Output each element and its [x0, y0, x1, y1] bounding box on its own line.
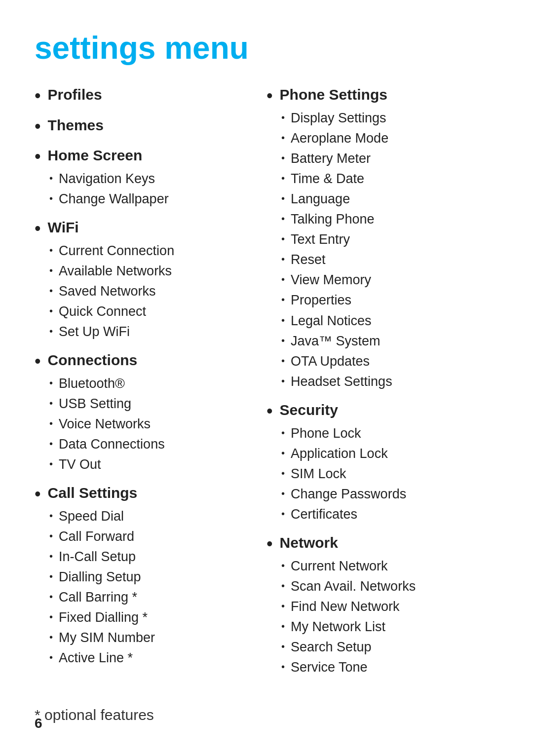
sub-list-item: Service Tone [281, 659, 484, 676]
sub-list-item: Data Connections [49, 436, 252, 453]
item-label: Profiles [48, 86, 102, 104]
footer-note: * optional features [35, 707, 498, 723]
item-label: WiFi [48, 219, 79, 236]
sub-list-item: Voice Networks [49, 416, 252, 433]
list-item: Home ScreenNavigation KeysChange Wallpap… [35, 147, 252, 208]
sub-list-item: Saved Networks [49, 283, 252, 300]
item-label: Connections [48, 351, 138, 369]
list-item: Themes [35, 116, 252, 136]
sub-list-item: Call Barring * [49, 589, 252, 606]
sub-list-item: Current Connection [49, 242, 252, 260]
sub-list-item: Display Settings [281, 110, 484, 127]
sub-list-item: Fixed Dialling * [49, 609, 252, 626]
sub-list-item: Properties [281, 292, 484, 309]
sub-list-item: Navigation Keys [49, 170, 252, 188]
sub-list-item: Dialling Setup [49, 568, 252, 586]
sub-list-item: Application Lock [281, 445, 484, 462]
item-label: Themes [48, 116, 104, 134]
list-item: ConnectionsBluetooth®USB SettingVoice Ne… [35, 351, 252, 473]
sub-list-item: My SIM Number [49, 629, 252, 646]
list-item: Call SettingsSpeed DialCall ForwardIn-Ca… [35, 484, 252, 667]
sub-list-item: Find New Network [281, 598, 484, 615]
right-column: Phone SettingsDisplay SettingsAeroplane … [266, 86, 498, 687]
sub-list-item: View Memory [281, 271, 484, 289]
sub-list-item: Legal Notices [281, 312, 484, 330]
item-label: Phone Settings [280, 86, 387, 104]
sub-list-item: Active Line * [49, 649, 252, 667]
sub-list-item: Java™ System [281, 333, 484, 350]
sub-list-item: Text Entry [281, 231, 484, 248]
sub-list-item: SIM Lock [281, 465, 484, 483]
left-column: ProfilesThemesHome ScreenNavigation Keys… [35, 86, 266, 678]
sub-list-item: Aeroplane Mode [281, 130, 484, 147]
sub-list-item: Speed Dial [49, 508, 252, 525]
list-item: NetworkCurrent NetworkScan Avail. Networ… [266, 534, 484, 676]
sub-list-item: USB Setting [49, 395, 252, 413]
sub-list-item: Search Setup [281, 639, 484, 656]
sub-list-item: In-Call Setup [49, 548, 252, 566]
list-item: SecurityPhone LockApplication LockSIM Lo… [266, 401, 484, 523]
sub-list-item: Scan Avail. Networks [281, 578, 484, 595]
list-item: WiFiCurrent ConnectionAvailable Networks… [35, 219, 252, 340]
sub-list-item: Certificates [281, 506, 484, 523]
item-label: Call Settings [48, 484, 138, 502]
sub-list-item: My Network List [281, 618, 484, 636]
sub-list-item: Bluetooth® [49, 375, 252, 392]
sub-list-item: Time & Date [281, 170, 484, 188]
sub-list-item: Phone Lock [281, 425, 484, 442]
sub-list-item: Current Network [281, 558, 484, 575]
sub-list-item: Talking Phone [281, 211, 484, 228]
sub-list-item: Battery Meter [281, 150, 484, 167]
list-item: Phone SettingsDisplay SettingsAeroplane … [266, 86, 484, 390]
sub-list-item: Available Networks [49, 263, 252, 280]
sub-list-item: Headset Settings [281, 373, 484, 390]
page-title: settings menu [35, 30, 498, 66]
item-label: Network [280, 534, 338, 552]
sub-list-item: Reset [281, 251, 484, 268]
list-item: Profiles [35, 86, 252, 106]
item-label: Home Screen [48, 147, 143, 164]
sub-list-item: TV Out [49, 456, 252, 473]
item-label: Security [280, 401, 338, 419]
sub-list-item: Language [281, 190, 484, 208]
sub-list-item: Change Passwords [281, 486, 484, 503]
sub-list-item: Call Forward [49, 528, 252, 545]
page-number: 6 [35, 716, 42, 731]
sub-list-item: Change Wallpaper [49, 190, 252, 208]
sub-list-item: OTA Updates [281, 353, 484, 370]
sub-list-item: Set Up WiFi [49, 323, 252, 340]
sub-list-item: Quick Connect [49, 303, 252, 320]
